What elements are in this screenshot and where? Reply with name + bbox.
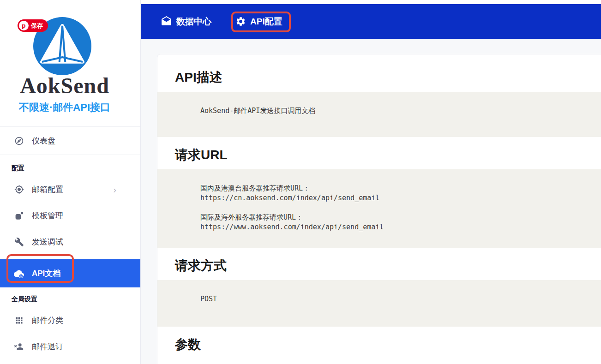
spacer — [0, 255, 140, 259]
chevron-right-icon: › — [113, 185, 116, 194]
pinterest-icon: p — [19, 21, 29, 30]
sidebar-item-label: 仪表盘 — [32, 136, 55, 146]
sidebar-item-label: 发送调试 — [32, 237, 63, 247]
codeblock-request-method: POST — [157, 280, 601, 327]
pinterest-save-label: 保存 — [31, 22, 43, 30]
top-spacer — [141, 0, 601, 4]
brand-tagline: 不限速·邮件API接口 — [0, 101, 129, 114]
sidebar-item-mail-unsubscribe[interactable]: 邮件退订 — [0, 334, 140, 360]
section-heading-request-method: 请求方式 — [175, 258, 601, 274]
sidebar-item-label: API文档 — [32, 268, 60, 279]
pinterest-save-button[interactable]: p 保存 — [18, 19, 48, 32]
person-x-icon — [14, 342, 24, 352]
target-icon — [14, 185, 24, 195]
wrench-icon — [14, 237, 24, 247]
sidebar-item-mailbox-config[interactable]: 邮箱配置 › — [0, 176, 140, 203]
grid-icon — [14, 316, 24, 326]
template-icon — [14, 211, 24, 221]
compass-icon — [14, 136, 24, 146]
nav-item-api-config[interactable]: API配置 — [235, 16, 282, 28]
sidebar: p 保存 AokSend 不限速·邮件API接口 仪表盘 配置 邮箱配置 › — [0, 0, 141, 364]
top-navbar: 数据中心 API配置 — [141, 4, 601, 39]
section-heading-api-description: API描述 — [175, 70, 601, 85]
sidebar-item-label: 邮件分类 — [32, 315, 63, 326]
sidebar-item-template-management[interactable]: 模板管理 — [0, 203, 140, 229]
sidebar-item-label: 邮件退订 — [32, 341, 63, 352]
envelope-open-icon — [161, 16, 172, 27]
sidebar-item-label: 模板管理 — [32, 210, 63, 221]
gear-icon — [235, 16, 246, 27]
sidebar-item-api-docs[interactable]: API文档 — [0, 259, 140, 287]
nav-item-data-center[interactable]: 数据中心 — [161, 16, 211, 28]
logo-area: p 保存 AokSend 不限速·邮件API接口 — [0, 0, 140, 126]
sidebar-item-send-debug[interactable]: 发送调试 — [0, 229, 140, 255]
sidebar-section-global-settings: 全局设置 — [0, 287, 140, 307]
sidebar-item-mail-category[interactable]: 邮件分类 — [0, 307, 140, 334]
codeblock-api-description: AokSend-邮件API发送接口调用文档 — [157, 92, 601, 137]
codeblock-request-url: 国内及港澳台服务器推荐请求URL： https://cn.aoksend.com… — [157, 169, 601, 248]
section-heading-request-url: 请求URL — [175, 147, 601, 163]
api-doc-content: API描述 AokSend-邮件API发送接口调用文档 请求URL 国内及港澳台… — [157, 54, 601, 364]
sidebar-item-dashboard[interactable]: 仪表盘 — [0, 127, 140, 155]
cloud-sync-icon — [14, 269, 24, 279]
sidebar-section-config: 配置 — [0, 155, 140, 176]
sidebar-item-label: 邮箱配置 — [32, 184, 63, 195]
brand-name: AokSend — [0, 73, 129, 98]
section-heading-parameters: 参数 — [175, 337, 601, 352]
nav-item-label: 数据中心 — [176, 16, 211, 28]
nav-item-label: API配置 — [250, 16, 282, 28]
